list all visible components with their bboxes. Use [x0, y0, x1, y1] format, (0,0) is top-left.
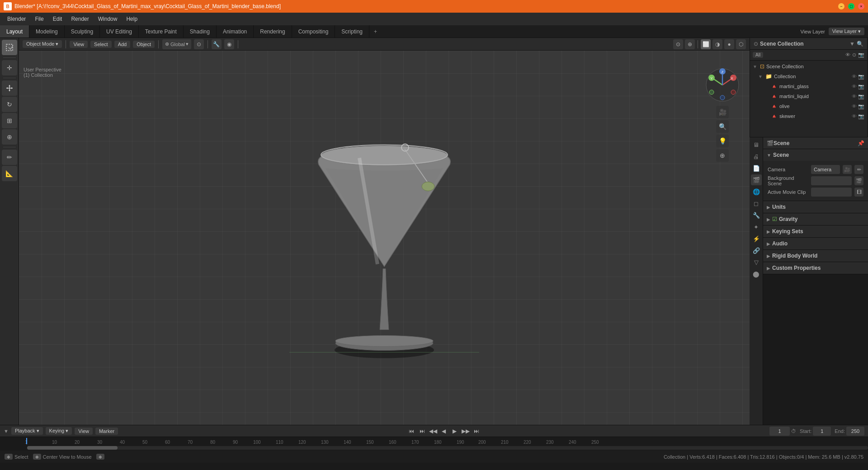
active-movie-clip-btn[interactable]: 🎞	[854, 188, 863, 197]
props-gravity-header[interactable]: ▶ ☑ Gravity	[763, 213, 868, 225]
jump-to-end-btn[interactable]: ⏭	[472, 426, 481, 436]
nav-light-btn[interactable]: 💡	[716, 135, 729, 147]
tab-layout[interactable]: Layout	[0, 25, 29, 38]
snap-toggle[interactable]: 🔧	[212, 39, 222, 49]
tool-select-box[interactable]	[2, 40, 17, 55]
prop-world-icon[interactable]: 🌐	[751, 186, 762, 197]
render-mode-solid[interactable]: ⬜	[701, 39, 711, 49]
tool-rotate[interactable]: ↻	[2, 97, 17, 112]
render-mode-material[interactable]: ◑	[712, 39, 722, 49]
viewport-canvas[interactable]: User Perspective (1) Collection	[19, 51, 750, 425]
ml-cam-icon[interactable]: 📷	[858, 94, 864, 99]
view-menu[interactable]: View	[75, 428, 93, 435]
viewport-select-menu[interactable]: Select	[90, 41, 112, 48]
tool-measure[interactable]: 📐	[2, 166, 17, 181]
global-transform-btn[interactable]: ⊕ Global ▾	[162, 39, 191, 49]
menu-render[interactable]: Render	[67, 15, 92, 23]
nav-cursor-btn[interactable]: ⊕	[716, 149, 729, 162]
prop-data-icon[interactable]: ▽	[751, 257, 762, 268]
background-scene-btn[interactable]: 🎬	[854, 176, 863, 185]
background-scene-field[interactable]	[811, 176, 852, 185]
gravity-checkbox[interactable]: ☑	[772, 216, 777, 222]
toggle-select[interactable]: ⊙	[852, 52, 856, 58]
tab-compositing[interactable]: Compositing	[292, 25, 335, 38]
maximize-button[interactable]: □	[848, 3, 854, 9]
minimize-button[interactable]: −	[838, 3, 844, 9]
window-controls[interactable]: − □ ×	[838, 3, 864, 9]
toggle-visibility[interactable]: 👁	[845, 52, 850, 58]
start-frame-input[interactable]: 1	[813, 427, 831, 436]
tab-animation[interactable]: Animation	[217, 25, 254, 38]
step-forward-btn[interactable]: ▶▶	[461, 426, 471, 436]
viewport-3d[interactable]: Object Mode ▾ View Select Add Object ⊕ G…	[19, 38, 750, 425]
jump-back-btn[interactable]: ⏭	[417, 426, 427, 436]
pivot-center-btn[interactable]: ⊙	[194, 39, 204, 49]
tool-transform[interactable]: ⊕	[2, 129, 17, 145]
tab-modeling[interactable]: Modeling	[29, 25, 65, 38]
timeline-content[interactable]: 1 10 20 30 40 50 60 70 80 90 100 110 120…	[0, 437, 868, 451]
tab-sculpting[interactable]: Sculpting	[65, 25, 100, 38]
outliner-row-olive[interactable]: 🔺 olive 👁 📷	[750, 101, 867, 111]
outliner-filter-btn[interactable]: ▼	[849, 41, 855, 47]
prop-constraints-icon[interactable]: 🔗	[751, 245, 762, 256]
collection-cam-icon[interactable]: 📷	[858, 74, 864, 80]
view-layer-selector[interactable]: View Layer ▾	[829, 28, 864, 35]
nav-camera-btn[interactable]: 🎥	[716, 106, 729, 118]
prop-render-icon[interactable]: 🖥	[751, 139, 762, 150]
viewport-add-menu[interactable]: Add	[114, 41, 131, 48]
tool-move[interactable]	[2, 80, 17, 96]
marker-menu[interactable]: Marker	[95, 428, 118, 435]
step-back-btn[interactable]: ◀◀	[428, 426, 438, 436]
skewer-cam-icon[interactable]: 📷	[858, 113, 864, 119]
prop-physics-icon[interactable]: ⚡	[751, 233, 762, 244]
camera-edit-btn[interactable]: ✏	[854, 165, 863, 174]
props-rigid-body-header[interactable]: ▶ Rigid Body World	[763, 250, 868, 262]
skewer-eye-icon[interactable]: 👁	[852, 113, 857, 119]
mg-eye-icon[interactable]: 👁	[852, 84, 857, 89]
menu-edit[interactable]: Edit	[49, 15, 66, 23]
olive-cam-icon[interactable]: 📷	[858, 103, 864, 109]
close-button[interactable]: ×	[858, 3, 864, 9]
camera-browse-btn[interactable]: 🎥	[843, 165, 852, 174]
prop-view-layer-icon[interactable]: 📄	[751, 163, 762, 174]
prop-object-icon[interactable]: ◻	[751, 198, 762, 209]
props-keying-sets-header[interactable]: ▶ Keying Sets	[763, 226, 868, 237]
proportional-edit[interactable]: ◉	[224, 39, 234, 49]
tool-annotate[interactable]: ✏	[2, 150, 17, 165]
axes-widget[interactable]: X Y Z	[704, 67, 741, 103]
tool-scale[interactable]: ⊞	[2, 113, 17, 128]
viewport-overlays-btn[interactable]: ⊙	[673, 39, 683, 49]
active-movie-clip-field[interactable]	[811, 188, 852, 197]
tab-add[interactable]: +	[369, 27, 382, 37]
jump-to-start-btn[interactable]: ⏮	[406, 426, 416, 436]
tab-uv-editing[interactable]: UV Editing	[100, 25, 139, 38]
tab-rendering[interactable]: Rendering	[254, 25, 292, 38]
menu-help[interactable]: Help	[123, 15, 141, 23]
menu-window[interactable]: Window	[94, 15, 121, 23]
camera-field[interactable]: Camera	[811, 165, 840, 174]
outliner-row-skewer[interactable]: 🔺 skewer 👁 📷	[750, 111, 867, 121]
play-forward-btn[interactable]: ▶	[450, 426, 460, 436]
toggle-render[interactable]: 📷	[858, 52, 864, 58]
menu-blender[interactable]: Blender	[4, 15, 29, 23]
tab-shading[interactable]: Shading	[184, 25, 217, 38]
timeline-collapse[interactable]: ▼	[4, 428, 9, 434]
viewport-gizmos-btn[interactable]: ⊕	[685, 39, 695, 49]
ml-eye-icon[interactable]: 👁	[852, 94, 857, 99]
outliner-filter-all[interactable]: All	[753, 52, 763, 58]
viewport-view-menu[interactable]: View	[70, 41, 88, 48]
props-audio-header[interactable]: ▶ Audio	[763, 238, 868, 249]
play-back-btn[interactable]: ◀	[439, 426, 449, 436]
outliner-row-scene-collection[interactable]: ▼ ⊡ Scene Collection	[750, 61, 867, 71]
prop-modifier-icon[interactable]: 🔧	[751, 210, 762, 221]
prop-material-icon[interactable]: ⬤	[751, 268, 762, 279]
olive-eye-icon[interactable]: 👁	[852, 103, 857, 109]
viewport-object-menu[interactable]: Object	[133, 41, 155, 48]
tab-texture-paint[interactable]: Texture Paint	[139, 25, 184, 38]
render-mode-render[interactable]: ●	[724, 39, 734, 49]
timeline-scrollbar-thumb[interactable]	[27, 446, 118, 450]
props-units-header[interactable]: ▶ Units	[763, 201, 868, 213]
playback-menu[interactable]: Playback ▾	[11, 427, 43, 435]
nav-zoom-btn[interactable]: 🔍	[716, 120, 729, 133]
menu-file[interactable]: File	[31, 15, 47, 23]
